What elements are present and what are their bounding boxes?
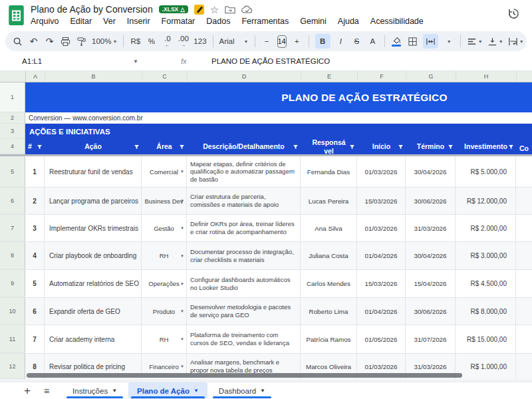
filter-header-num[interactable]: # bbox=[25, 139, 45, 154]
move-folder-icon[interactable] bbox=[225, 5, 235, 14]
column-header-E[interactable]: E bbox=[301, 71, 358, 82]
strikethrough-button[interactable]: S bbox=[351, 34, 362, 49]
menu-arquivo[interactable]: Arquivo bbox=[31, 17, 59, 26]
menu-acessibilidade[interactable]: Acessibilidade bbox=[370, 17, 424, 26]
all-sheets-menu-icon[interactable]: ≡ bbox=[44, 386, 49, 396]
cell-area[interactable]: Operações▼ bbox=[142, 270, 187, 297]
filter-header-termino[interactable]: Término bbox=[406, 139, 456, 154]
filter-header-extra[interactable]: Co bbox=[516, 139, 532, 154]
merge-cells-button[interactable] bbox=[423, 34, 438, 49]
filter-icon[interactable] bbox=[293, 144, 299, 150]
cell-area[interactable]: Gestão▼ bbox=[142, 215, 187, 241]
cell-descricao[interactable]: Configurar dashboards automáticos no Loo… bbox=[187, 270, 301, 297]
cell-responsavel[interactable]: Patrícia Ramos bbox=[301, 325, 357, 353]
cell-extra[interactable] bbox=[516, 156, 532, 187]
text-wrap-button[interactable]: ▼ bbox=[508, 34, 524, 49]
borders-button[interactable] bbox=[407, 34, 418, 49]
dropdown-chevron-icon[interactable]: ▼ bbox=[180, 309, 184, 313]
cell-descricao[interactable]: Mapear etapas, definir critérios de qual… bbox=[187, 156, 301, 187]
cell-extra[interactable] bbox=[516, 242, 532, 269]
cell-area[interactable]: Comercial▼ bbox=[142, 156, 187, 187]
row-header-11[interactable]: 11 bbox=[0, 325, 25, 353]
font-select[interactable]: Arial▼ bbox=[219, 34, 249, 49]
cell-area[interactable]: Business Dev▼ bbox=[142, 188, 187, 214]
sheet-tab-plano-de-ação[interactable]: Plano de Ação▼ bbox=[128, 382, 207, 399]
column-header-F[interactable]: F bbox=[358, 71, 406, 82]
filter-header-responsavel[interactable]: Responsável bbox=[301, 139, 357, 154]
decrease-decimals-button[interactable]: .0← bbox=[162, 34, 173, 49]
cell-termino[interactable]: 30/04/2026 bbox=[406, 156, 456, 187]
filter-header-acao[interactable]: Ação bbox=[45, 139, 142, 154]
row-header-2[interactable]: 2 bbox=[0, 112, 25, 124]
cell-termino[interactable]: 15/04/2026 bbox=[406, 270, 456, 297]
cell-acao[interactable]: Expandir oferta de GEO bbox=[45, 298, 142, 325]
horizontal-scrollbar[interactable] bbox=[27, 373, 462, 378]
menu-ferramentas[interactable]: Ferramentas bbox=[241, 17, 289, 26]
cell-num[interactable]: 7 bbox=[25, 325, 45, 353]
cell-extra[interactable] bbox=[516, 354, 532, 379]
column-header-A[interactable]: A bbox=[26, 71, 45, 82]
menu-dados[interactable]: Dados bbox=[206, 17, 230, 26]
row-header-6[interactable]: 6 bbox=[0, 188, 25, 214]
menu-ajuda[interactable]: Ajuda bbox=[338, 17, 359, 26]
paint-format-icon[interactable] bbox=[76, 34, 87, 49]
version-history-icon[interactable] bbox=[507, 7, 520, 20]
filter-header-area[interactable]: Área bbox=[142, 139, 187, 154]
cell-num[interactable]: 3 bbox=[25, 215, 45, 241]
cell-termino[interactable]: 31/07/2026 bbox=[406, 325, 456, 353]
cell-investimento[interactable]: R$ 5.000,00 bbox=[456, 156, 516, 187]
name-box[interactable]: A1:L1 bbox=[22, 57, 42, 65]
cell-subtitle[interactable]: Conversion — www.conversion.com.br bbox=[25, 112, 532, 124]
menu-gemini[interactable]: Gemini bbox=[300, 17, 327, 26]
yellow-app-badge-icon[interactable] bbox=[194, 5, 204, 15]
cell-termino[interactable]: 30/06/2026 bbox=[406, 298, 456, 325]
cell-title-banner[interactable]: PLANO DE AÇÃO ESTRATÉGICO bbox=[25, 82, 532, 112]
row-header-8[interactable]: 8 bbox=[0, 242, 25, 269]
column-header-B[interactable]: B bbox=[45, 71, 142, 82]
dropdown-chevron-icon[interactable]: ▼ bbox=[180, 282, 184, 286]
row-header-5[interactable]: 5 bbox=[0, 156, 25, 187]
filter-header-investimento[interactable]: Investimento bbox=[456, 139, 516, 154]
cell-investimento[interactable]: R$ 8.000,00 bbox=[456, 298, 516, 325]
name-box-caret-icon[interactable]: ▼ bbox=[133, 59, 138, 65]
row-header-7[interactable]: 7 bbox=[0, 215, 25, 241]
cell-descricao[interactable]: Criar estrutura de parceria, comissões e… bbox=[187, 188, 301, 214]
cell-responsavel[interactable]: Ana Silva bbox=[301, 215, 357, 241]
select-all-corner[interactable] bbox=[0, 71, 26, 82]
cell-inicio[interactable]: 01/04/2026 bbox=[357, 242, 406, 269]
vertical-align-button[interactable]: ▼ bbox=[487, 34, 503, 49]
cell-area[interactable]: RH▼ bbox=[142, 325, 187, 353]
bold-button[interactable]: B bbox=[315, 34, 331, 49]
cell-investimento[interactable]: R$ 3.000,00 bbox=[456, 242, 516, 269]
cell-inicio[interactable]: 15/03/2026 bbox=[357, 188, 406, 214]
format-percent-button[interactable]: % bbox=[146, 34, 157, 49]
cell-responsavel[interactable]: Roberto Lima bbox=[301, 298, 357, 325]
cell-acao[interactable]: Reestruturar funil de vendas bbox=[45, 156, 142, 187]
cell-investimento[interactable]: R$ 1.000,00 bbox=[456, 354, 516, 379]
column-header-partial[interactable] bbox=[517, 71, 532, 82]
cell-num[interactable]: 2 bbox=[25, 188, 45, 214]
cell-investimento[interactable]: R$ 2.000,00 bbox=[456, 215, 516, 241]
row-header-1[interactable]: 1 bbox=[0, 82, 25, 112]
cell-section-header[interactable]: AÇÕES E INICIATIVAS bbox=[25, 124, 532, 139]
print-icon[interactable] bbox=[60, 34, 71, 49]
undo-icon[interactable]: ↶ bbox=[28, 34, 39, 49]
row-header-3[interactable]: 3 bbox=[0, 124, 25, 139]
redo-icon[interactable]: ↷ bbox=[44, 34, 55, 49]
cell-responsavel[interactable]: Carlos Mendes bbox=[301, 270, 357, 297]
cell-num[interactable]: 1 bbox=[25, 156, 45, 187]
increase-decimals-button[interactable]: .00→ bbox=[178, 34, 189, 49]
cell-area[interactable]: Produto▼ bbox=[142, 298, 187, 325]
filter-icon[interactable] bbox=[179, 144, 185, 150]
row-header-9[interactable]: 9 bbox=[0, 270, 25, 297]
filter-icon[interactable] bbox=[508, 144, 514, 150]
dropdown-chevron-icon[interactable]: ▼ bbox=[180, 226, 184, 230]
cell-descricao[interactable]: Definir OKRs por área, treinar líderes e… bbox=[187, 215, 301, 241]
cell-investimento[interactable]: R$ 15.000,00 bbox=[456, 325, 516, 353]
filter-icon[interactable] bbox=[448, 144, 454, 150]
cell-responsavel[interactable]: Juliana Costa bbox=[301, 242, 357, 269]
zoom-select[interactable]: 100%▼ bbox=[92, 34, 117, 49]
cell-inicio[interactable]: 01/04/2026 bbox=[357, 298, 406, 325]
sheet-tab-instruções[interactable]: Instruções▼ bbox=[64, 382, 126, 399]
italic-button[interactable]: I bbox=[335, 34, 346, 49]
